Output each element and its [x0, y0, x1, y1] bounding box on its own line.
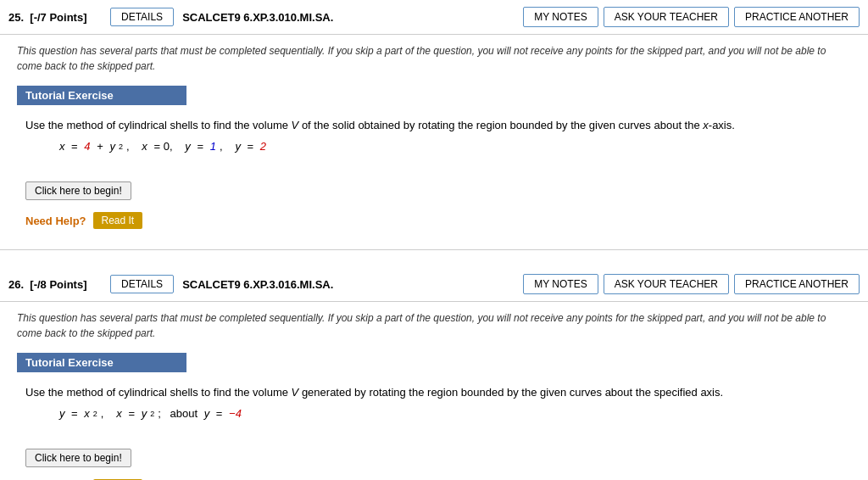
q25-body: This question has several parts that mus…: [0, 35, 868, 249]
q26-warning: This question has several parts that mus…: [17, 310, 851, 341]
q25-details-button[interactable]: DETAILS: [110, 8, 174, 26]
q26-need-help-row: Need Help? Read It: [17, 476, 851, 480]
q25-tutorial-content: Use the method of cylindrical shells to …: [17, 114, 851, 175]
q25-warning: This question has several parts that mus…: [17, 43, 851, 74]
q26-my-notes-button[interactable]: MY NOTES: [523, 274, 598, 294]
q26-actions: MY NOTES ASK YOUR TEACHER PRACTICE ANOTH…: [523, 274, 860, 294]
q25-need-help-row: Need Help? Read It: [17, 209, 851, 232]
question-26-header: 26. [-/8 Points] DETAILS SCALCET9 6.XP.3…: [0, 267, 868, 302]
q25-my-notes-button[interactable]: MY NOTES: [523, 7, 598, 27]
q25-click-begin-button[interactable]: Click here to begin!: [25, 181, 131, 200]
q26-code: SCALCET9 6.XP.3.016.MI.SA.: [182, 278, 515, 291]
q25-actions: MY NOTES ASK YOUR TEACHER PRACTICE ANOTH…: [523, 7, 860, 27]
spacer-between-questions: [0, 250, 868, 267]
q26-click-begin-button[interactable]: Click here to begin!: [25, 449, 131, 467]
q26-num: 26.: [8, 278, 24, 291]
q25-axis-var: x: [703, 119, 709, 131]
q26-practice-another-button[interactable]: PRACTICE ANOTHER: [734, 274, 860, 294]
q26-volume-var: V: [292, 386, 299, 399]
q25-need-help-label: Need Help?: [25, 215, 86, 227]
q26-tutorial-content: Use the method of cylindrical shells to …: [17, 381, 851, 442]
q26-math: y = x2 , x = y2 ; about y = −4: [59, 407, 843, 420]
q25-points: [-/7 Points]: [30, 11, 86, 24]
q26-ask-teacher-button[interactable]: ASK YOUR TEACHER: [604, 274, 729, 294]
q25-instruction: Use the method of cylindrical shells to …: [25, 119, 735, 131]
q25-practice-another-button[interactable]: PRACTICE ANOTHER: [734, 7, 860, 27]
q26-points: [-/8 Points]: [30, 278, 86, 291]
q25-ask-teacher-button[interactable]: ASK YOUR TEACHER: [604, 7, 729, 27]
question-25: 25. [-/7 Points] DETAILS SCALCET9 6.XP.3…: [0, 0, 868, 250]
question-25-header: 25. [-/7 Points] DETAILS SCALCET9 6.XP.3…: [0, 0, 868, 35]
q26-details-button[interactable]: DETAILS: [110, 275, 174, 293]
q26-body: This question has several parts that mus…: [0, 302, 868, 480]
q25-num: 25.: [8, 11, 24, 24]
q25-code: SCALCET9 6.XP.3.010.MI.SA.: [182, 11, 515, 24]
q25-math: x = 4 + y2 , x = 0, y = 1 , y = 2: [59, 140, 843, 153]
q25-tutorial-label: Tutorial Exercise: [17, 86, 186, 105]
question-26-number: 26. [-/8 Points]: [8, 278, 102, 291]
q26-tutorial-label: Tutorial Exercise: [17, 353, 186, 372]
q25-volume-var: V: [292, 119, 299, 131]
question-26: 26. [-/8 Points] DETAILS SCALCET9 6.XP.3…: [0, 267, 868, 480]
question-25-number: 25. [-/7 Points]: [8, 11, 102, 24]
q25-read-it-button[interactable]: Read It: [93, 212, 143, 229]
q26-instruction: Use the method of cylindrical shells to …: [25, 386, 723, 399]
